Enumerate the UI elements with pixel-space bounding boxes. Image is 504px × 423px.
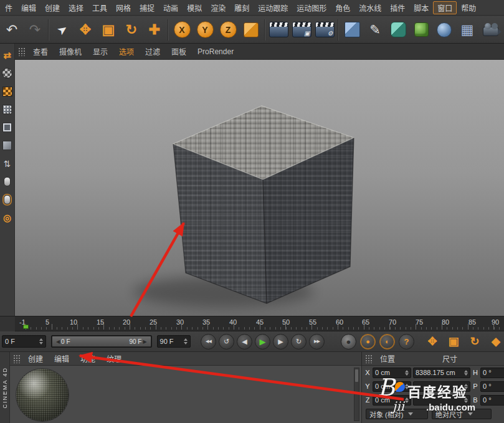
keyframe-selection-button[interactable]: ◐ <box>379 334 395 349</box>
viewport-menu-options[interactable]: 选项 <box>113 46 140 57</box>
render-settings-button[interactable]: ⚙ <box>313 18 336 42</box>
size-z-field[interactable] <box>413 395 470 406</box>
material-menu-function[interactable]: 功能 <box>75 353 101 364</box>
menu-item-file[interactable]: 件 <box>1 1 17 14</box>
size-x-field[interactable]: 8388.175 cm <box>413 368 470 378</box>
size-y-field[interactable] <box>413 381 470 392</box>
floor-button[interactable]: ▦ <box>456 18 478 42</box>
record-parameter-button[interactable]: ◆ <box>488 333 504 349</box>
viewport-menu-panel[interactable]: 面板 <box>166 46 192 57</box>
panel-grip[interactable] <box>18 47 25 56</box>
undo-button[interactable]: ↶ <box>1 18 23 42</box>
preview-range-slider[interactable]: ◀ 0 F 90 F ▶ <box>51 335 152 348</box>
metaball-button[interactable] <box>433 18 455 42</box>
panel-grip[interactable] <box>365 354 372 363</box>
go-to-start-button[interactable]: ◀◀ <box>201 334 216 349</box>
polygons-mode-button[interactable] <box>0 136 15 154</box>
lock-z-axis-button[interactable]: Z <box>217 18 239 42</box>
rotation-b-field[interactable]: 0 ° <box>480 395 504 406</box>
make-editable-button[interactable]: ⇄ <box>0 46 15 64</box>
viewport-menu-prorender[interactable]: ProRender <box>192 47 239 56</box>
menu-item-sculpt[interactable]: 雕刻 <box>230 1 254 14</box>
menu-item-mesh[interactable]: 网格 <box>112 1 135 14</box>
render-view-button[interactable] <box>267 18 290 42</box>
value-stepper[interactable] <box>462 397 468 403</box>
menu-item-select[interactable]: 选择 <box>64 1 88 14</box>
redo-button[interactable]: ↷ <box>24 18 46 42</box>
position-x-field[interactable]: 0 cm <box>373 368 411 378</box>
play-button[interactable]: ▶ <box>255 334 270 349</box>
panel-grip[interactable] <box>13 354 20 363</box>
cube-object[interactable] <box>15 60 504 316</box>
menu-item-plugins[interactable]: 插件 <box>386 1 409 14</box>
viewport-menu-filter[interactable]: 过滤 <box>140 46 166 57</box>
menu-item-simulate[interactable]: 模拟 <box>183 1 206 14</box>
viewport-menu-cameras[interactable]: 摄像机 <box>54 46 87 57</box>
record-keyframe-button[interactable]: ● <box>341 334 356 349</box>
position-y-field[interactable]: 0 cm <box>373 381 411 392</box>
points-mode-button[interactable] <box>0 100 15 118</box>
coordinate-system-button[interactable] <box>240 18 262 42</box>
rotation-h-field[interactable]: 0 ° <box>480 368 504 378</box>
render-picture-viewer-button[interactable]: ▣ <box>290 18 313 42</box>
viewport-menu-view[interactable]: 查看 <box>27 46 54 57</box>
material-thumbnail[interactable] <box>16 369 69 421</box>
lock-workplane-button[interactable] <box>0 191 15 209</box>
scale-tool-button[interactable]: ▣ <box>97 18 120 42</box>
menu-item-tools[interactable]: 工具 <box>88 1 112 14</box>
coordinate-mode-dropdown[interactable]: 对象 (相对) <box>366 409 428 419</box>
viewport-menu-display[interactable]: 显示 <box>87 46 113 57</box>
loop-button[interactable]: ↻ <box>291 334 307 349</box>
size-mode-dropdown[interactable]: 绝对尺寸 <box>432 409 492 419</box>
record-rotation-button[interactable]: ↻ <box>467 333 483 349</box>
material-menu-texture[interactable]: 纹理 <box>101 353 127 364</box>
menu-item-animate[interactable]: 动画 <box>159 1 183 14</box>
value-stepper[interactable] <box>462 370 468 376</box>
cloner-button[interactable] <box>410 18 432 42</box>
menu-item-motion-tracker[interactable]: 运动跟踪 <box>254 1 292 14</box>
current-frame-field[interactable]: 0 F <box>2 335 46 348</box>
viewport-solo-button[interactable] <box>0 173 15 191</box>
menu-item-pipeline[interactable]: 流水线 <box>354 1 386 14</box>
record-scale-button[interactable]: ▣ <box>445 333 462 349</box>
value-stepper[interactable] <box>462 384 468 389</box>
menu-item-render[interactable]: 渲染 <box>206 1 230 14</box>
frame-stepper[interactable] <box>36 338 43 345</box>
value-stepper[interactable] <box>403 384 409 389</box>
snap-button[interactable]: ◎ <box>0 209 15 227</box>
menu-item-character[interactable]: 角色 <box>331 1 354 14</box>
last-tool-button[interactable]: ✚ <box>143 18 166 42</box>
next-frame-button[interactable]: ▶ <box>273 334 288 349</box>
edges-mode-button[interactable] <box>0 118 15 136</box>
frame-stepper[interactable] <box>181 338 188 345</box>
move-tool-button[interactable]: ✥ <box>74 18 97 42</box>
menu-item-mograph[interactable]: 运动图形 <box>292 1 331 14</box>
texture-mode-button[interactable] <box>0 82 15 100</box>
model-mode-button[interactable] <box>0 64 15 82</box>
rotation-p-field[interactable]: 0 ° <box>480 381 504 392</box>
subdivision-surface-button[interactable] <box>387 18 409 42</box>
camera-button[interactable] <box>479 18 502 42</box>
rotate-tool-button[interactable]: ↻ <box>120 18 143 42</box>
animation-mode-button[interactable]: ⇅ <box>0 154 15 173</box>
cube-primitive-button[interactable] <box>341 18 363 42</box>
end-frame-field[interactable]: 90 F <box>157 335 191 348</box>
menu-item-create[interactable]: 创建 <box>40 1 64 14</box>
timeline-ruler[interactable]: -1 5 10 15 20 25 30 35 40 45 50 55 60 65… <box>15 316 504 331</box>
viewport-3d[interactable] <box>15 60 504 316</box>
pen-tool-button[interactable]: ✎ <box>364 18 386 42</box>
lock-y-axis-button[interactable]: Y <box>194 18 216 42</box>
menu-item-edit[interactable]: 编辑 <box>17 1 40 14</box>
help-button[interactable]: ? <box>399 334 414 349</box>
material-menu-create[interactable]: 创建 <box>22 353 49 364</box>
value-stepper[interactable] <box>403 397 409 403</box>
menu-item-snap[interactable]: 捕捉 <box>135 1 159 14</box>
menu-item-window[interactable]: 窗口 <box>433 1 457 14</box>
scrollbar-thumb[interactable] <box>355 369 358 382</box>
live-selection-button[interactable]: ➤ <box>51 18 74 42</box>
menu-item-script[interactable]: 脚本 <box>409 1 433 14</box>
material-scrollbar[interactable] <box>354 368 359 421</box>
menu-item-help[interactable]: 帮助 <box>457 1 480 14</box>
value-stepper[interactable] <box>403 370 409 376</box>
position-z-field[interactable]: 0 cm <box>373 395 411 406</box>
